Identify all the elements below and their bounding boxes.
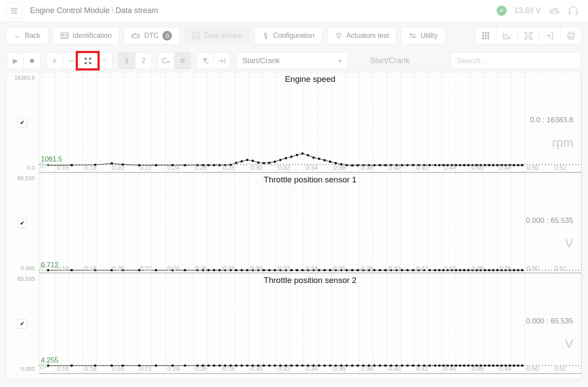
- y-max-label: 65.535: [17, 175, 35, 182]
- tab-configuration[interactable]: Configuration: [254, 27, 322, 44]
- x-tick-label: 0:26: [195, 365, 207, 372]
- engine-icon: [131, 32, 140, 39]
- chart-rail: 65.535 ✔ 0.000: [7, 273, 39, 374]
- clear-filter-button[interactable]: [197, 52, 214, 69]
- back-arrow-icon: ←: [14, 32, 21, 40]
- chart-row-engine-speed: 16383.8 ✔ 0.0 Engine speed 0.0 : 16383.8…: [7, 72, 581, 173]
- x-tick-label: 0:44: [444, 164, 456, 171]
- series-visibility-checkbox[interactable]: ✔: [17, 319, 27, 329]
- x-tick-label: 0:42: [416, 164, 428, 171]
- chart-row-tps1: 65.535 ✔ 0.000 Throttle position sensor …: [7, 173, 581, 273]
- stop-button[interactable]: ■: [24, 52, 40, 69]
- chart-plot-area[interactable]: Engine speed 0.0 : 16383.8 rpm 1061.5 0 …: [39, 72, 581, 173]
- chart-canvas[interactable]: [39, 72, 581, 172]
- play-icon: ▶: [13, 57, 18, 65]
- divide-icon: ÷: [102, 56, 107, 66]
- chart-unit-label: V: [565, 337, 573, 351]
- x-tick-label: 0:16: [57, 164, 69, 171]
- x-tick-label: 0:36: [333, 164, 345, 171]
- checkmark-icon: ✔: [20, 320, 25, 327]
- x-tick-label: 0:34: [306, 265, 317, 272]
- breadcrumb-separator: \: [110, 6, 115, 15]
- charts-panel: 16383.8 ✔ 0.0 Engine speed 0.0 : 16383.8…: [6, 72, 582, 379]
- current-value-label: 4.255: [41, 357, 58, 364]
- fullscreen-button[interactable]: [79, 52, 96, 69]
- go-to-end-button[interactable]: [213, 52, 230, 69]
- list-view-button[interactable]: ≡: [174, 52, 191, 69]
- tab-identification[interactable]: Identification: [53, 27, 120, 44]
- menu-lines-icon: ≡: [180, 56, 185, 66]
- filter-x-icon: [202, 57, 209, 64]
- arrow-to-bar-icon: [218, 58, 226, 64]
- back-button[interactable]: ← Back: [6, 27, 48, 44]
- zoom-out-button[interactable]: −: [63, 52, 80, 69]
- x-tick-label: 0:20: [112, 265, 124, 272]
- x-tick-label: 0:28: [223, 164, 235, 171]
- x-tick-label: 0:52: [554, 265, 566, 272]
- chart-range-label: 0.000 : 65.535: [526, 216, 573, 225]
- x-tick-label: 0:48: [499, 265, 511, 272]
- x-tick-label: 0:18: [84, 365, 96, 372]
- reset-zoom-button[interactable]: C✕: [158, 52, 175, 69]
- x-tick-label: 0:38: [361, 265, 373, 272]
- tab-dtc[interactable]: DTC 0: [124, 27, 180, 44]
- x-tick-label: 0:22: [140, 365, 151, 372]
- cloud-download-icon[interactable]: [548, 6, 561, 16]
- series-visibility-checkbox[interactable]: ✔: [17, 118, 27, 128]
- cursor-dash: [40, 165, 50, 166]
- select-region-icon[interactable]: [517, 27, 539, 44]
- x-tick-label: 0:38: [361, 164, 373, 171]
- plus-icon: +: [52, 56, 57, 66]
- x-tick-label: 0:22: [140, 265, 151, 272]
- x-tick-label: 0:50: [527, 365, 538, 372]
- x-tick-label: 0:18: [84, 265, 96, 272]
- x-tick-label: 0:32: [278, 164, 290, 171]
- x-tick-label: 0:38: [361, 365, 373, 372]
- x-tick-label: 0:26: [195, 265, 207, 272]
- x-tick-label: 0:34: [306, 164, 317, 171]
- x-tick-label: 0:46: [471, 265, 483, 272]
- chart-plot-area[interactable]: Throttle position sensor 1 0.000 : 65.53…: [39, 173, 581, 273]
- data-stream-icon: [192, 32, 200, 39]
- x-tick-label: 0:20: [112, 365, 124, 372]
- sliders-icon: [409, 32, 417, 39]
- page-1-button[interactable]: 1: [118, 52, 135, 69]
- dtc-count-badge: 0: [162, 31, 172, 40]
- page-2-button[interactable]: 2: [135, 52, 152, 69]
- x-tick-label: 0:30: [250, 265, 262, 272]
- play-button[interactable]: ▶: [7, 52, 24, 69]
- export-icon[interactable]: [539, 27, 561, 44]
- selected-pid-label: Start/Crank: [370, 56, 410, 65]
- pid-select-dropdown[interactable]: Start/Crank ▼: [237, 52, 348, 69]
- view-switcher: [475, 27, 582, 44]
- tab-data-stream[interactable]: Data stream: [184, 27, 250, 44]
- x-tick-label: 0:44: [444, 365, 456, 372]
- chart-plot-area[interactable]: Throttle position sensor 2 0.000 : 65.53…: [39, 273, 581, 374]
- breadcrumb-page: Data stream: [115, 6, 158, 15]
- x-tick-label: 0:24: [168, 265, 179, 272]
- tab-actuators-test[interactable]: Actuators test: [327, 27, 397, 44]
- series-visibility-checkbox[interactable]: ✔: [17, 219, 27, 228]
- x-tick-label: 0:36: [333, 265, 345, 272]
- current-value-label: 0.712: [41, 261, 58, 269]
- headphones-icon[interactable]: [568, 5, 578, 17]
- zoom-in-button[interactable]: +: [46, 52, 63, 69]
- chart-canvas[interactable]: [39, 173, 581, 273]
- x-tick-label: 0:26: [195, 164, 207, 171]
- minus-icon: −: [68, 56, 74, 66]
- x-tick-label: 0:30: [250, 365, 262, 372]
- search-input[interactable]: [450, 52, 581, 69]
- grid-view-icon[interactable]: [475, 27, 497, 44]
- chart-title: Throttle position sensor 2: [39, 276, 581, 285]
- breadcrumb-module: Engine Control Module: [30, 6, 110, 15]
- x-tick-label: 0:18: [84, 164, 96, 171]
- chart-canvas[interactable]: [39, 273, 581, 373]
- chart-view-icon[interactable]: [496, 27, 518, 44]
- menu-icon[interactable]: [6, 3, 22, 19]
- connection-ok-icon: ✔: [497, 6, 507, 16]
- tab-utility[interactable]: Utility: [401, 27, 445, 44]
- chart-toolbar: ▶ ■ + − ÷ 1 2 C✕ ≡ Start/Crank ▼ Start/C…: [0, 44, 588, 69]
- x-tick-label: 0:44: [444, 265, 456, 272]
- print-icon[interactable]: [560, 27, 582, 44]
- split-view-button[interactable]: ÷: [96, 52, 113, 69]
